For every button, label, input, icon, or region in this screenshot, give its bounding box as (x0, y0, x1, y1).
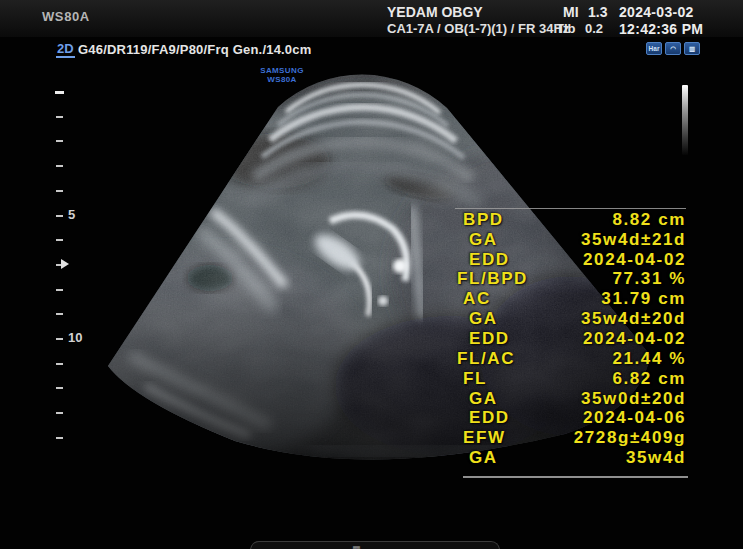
measurement-label: GA (455, 389, 498, 409)
facility-name: YEDAM OBGY (387, 4, 483, 20)
device-model-label: WS80A (42, 9, 90, 24)
measurement-value: 35w4d (626, 448, 686, 468)
probe-icon[interactable]: ◠ (665, 42, 681, 55)
measurement-row: FL6.82 cm (455, 369, 686, 389)
measurement-label: AC (455, 289, 491, 309)
histogram-icon[interactable]: ▥ (684, 42, 700, 55)
ruler-tick (56, 387, 63, 389)
measurement-row: EDD2024-04-06 (455, 408, 686, 428)
brand-watermark-line1: SAMSUNG (250, 66, 314, 75)
measurement-row: GA35w0d±20d (455, 389, 686, 409)
ruler-tick (56, 215, 63, 217)
measurement-label: FL/AC (455, 349, 515, 369)
mi-label: MI (563, 4, 579, 20)
measurement-row: GA35w4d±20d (455, 309, 686, 329)
measurement-value: 35w4d±21d (581, 230, 686, 250)
ruler-tick (56, 239, 63, 241)
measurement-value: 35w4d±20d (581, 309, 686, 329)
measurement-value: 21.44 % (612, 349, 686, 369)
ruler-tick (56, 338, 63, 340)
measurement-row: EFW2728g±409g (455, 428, 686, 448)
harmonic-icon[interactable]: Har (646, 42, 662, 55)
ruler-tick (56, 165, 63, 167)
measurement-label: FL/BPD (455, 269, 528, 289)
measurement-row: GA35w4d±21d (455, 230, 686, 250)
ruler-tick (56, 190, 63, 192)
measurement-label: EDD (455, 329, 510, 349)
measurement-label: GA (455, 230, 498, 250)
probe-preset-info: CA1-7A / OB(1-7)(1) / FR 34Hz (387, 21, 569, 36)
status-icon-strip: Har◠▥ (646, 42, 700, 55)
ruler-label: 5 (68, 207, 75, 222)
measurement-value: 77.31 % (612, 269, 686, 289)
measurement-row: EDD2024-04-02 (455, 329, 686, 349)
ti-label: TIb (556, 21, 576, 36)
system-date: 2024-03-02 (619, 4, 694, 20)
measurement-value: 6.82 cm (612, 369, 686, 389)
ruler-tick (55, 91, 64, 94)
brand-watermark: SAMSUNG WS80A (250, 66, 314, 84)
measurement-row: GA35w4d (455, 448, 686, 468)
bottom-panel-partial[interactable]: ▦ (250, 541, 500, 549)
grid-icon: ▦ (352, 544, 361, 549)
ruler-tick (56, 116, 63, 118)
measurement-row: FL/AC21.44 % (455, 349, 686, 369)
measurement-table-top-line (455, 208, 686, 209)
measurement-label: EDD (455, 250, 510, 270)
measurement-label: EDD (455, 408, 510, 428)
measurement-value: 2024-04-02 (583, 329, 686, 349)
measurement-value: 31.79 cm (601, 289, 686, 309)
measurement-label: GA (455, 309, 498, 329)
measurement-value: 2024-04-02 (583, 250, 686, 270)
measurement-row: AC31.79 cm (455, 289, 686, 309)
mi-value: 1.3 (588, 4, 607, 20)
top-status-bar: WS80A YEDAM OBGY CA1-7A / OB(1-7)(1) / F… (0, 0, 743, 37)
ruler-tick (56, 140, 63, 142)
system-time: 12:42:36 PM (619, 21, 703, 37)
measurement-label: GA (455, 448, 498, 468)
measurement-label: BPD (455, 210, 504, 230)
ruler-tick (56, 363, 63, 365)
measurement-value: 35w0d±20d (581, 389, 686, 409)
focus-depth-marker[interactable] (61, 259, 69, 269)
measurement-table-bottom-line (463, 476, 688, 478)
mode-tab-2d[interactable]: 2D (56, 41, 75, 58)
grayscale-bar (682, 85, 688, 155)
ultrasound-screen: WS80A YEDAM OBGY CA1-7A / OB(1-7)(1) / F… (0, 0, 743, 549)
measurement-row: EDD2024-04-02 (455, 250, 686, 270)
ruler-tick (56, 313, 63, 315)
measurement-row: BPD8.82 cm (455, 210, 686, 230)
measurement-value: 2024-04-06 (583, 408, 686, 428)
measurement-label: FL (455, 369, 487, 389)
measurement-value: 8.82 cm (612, 210, 686, 230)
measurement-row: FL/BPD77.31 % (455, 270, 686, 290)
brand-watermark-line2: WS80A (250, 75, 314, 84)
measurement-label: EFW (455, 428, 506, 448)
ruler-label: 10 (68, 330, 82, 345)
ruler-tick (56, 437, 63, 439)
ruler-tick (56, 412, 63, 414)
ruler-tick (56, 289, 63, 291)
imaging-parameters: G46/DR119/FA9/P80/Frq Gen./14.0cm (78, 42, 312, 57)
measurement-table: BPD8.82 cmGA35w4d±21dEDD2024-04-02FL/BPD… (455, 210, 686, 468)
measurement-value: 2728g±409g (574, 428, 686, 448)
ti-value: 0.2 (585, 21, 603, 36)
